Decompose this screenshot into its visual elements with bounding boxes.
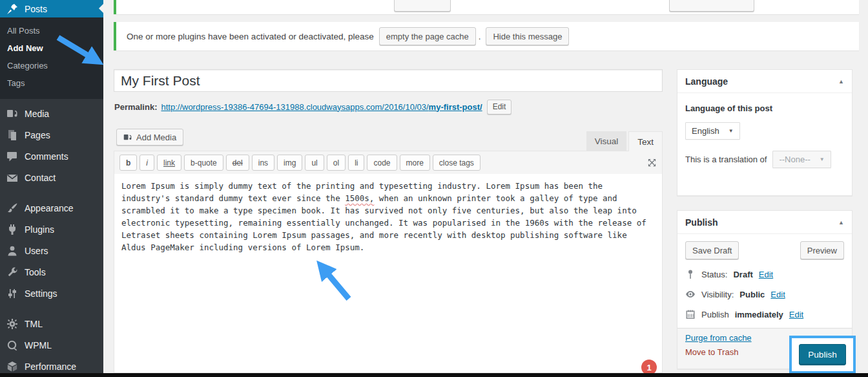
quicktag-link-button[interactable]: link <box>157 155 181 171</box>
collapse-toggle-icon[interactable]: ▲ <box>838 78 844 85</box>
visibility-value: Public <box>739 290 765 299</box>
sidebar-item-comments[interactable]: Comments <box>0 145 103 167</box>
sidebar-item-label: Performance <box>25 361 76 372</box>
translation-select-value: --None-- <box>779 155 810 164</box>
quicktag-italic-button[interactable]: i <box>140 155 154 171</box>
active-menu-arrow <box>99 4 103 13</box>
sidebar-item-users[interactable]: Users <box>0 240 103 261</box>
status-value: Draft <box>733 270 752 279</box>
schedule-label: Publish <box>701 310 729 319</box>
sidebar-item-appearance[interactable]: Appearance <box>0 197 103 219</box>
schedule-row: Publish immediately Edit <box>685 309 844 319</box>
sidebar-item-label: WPML <box>25 340 52 350</box>
edit-status-link[interactable]: Edit <box>759 270 773 279</box>
publish-metabox-header[interactable]: Publish ▲ <box>677 211 852 234</box>
quicktag-code-button[interactable]: code <box>367 155 397 171</box>
quicktag-bold-button[interactable]: b <box>119 155 137 171</box>
pages-icon <box>6 129 19 142</box>
visibility-row: Visibility: Public Edit <box>685 289 844 299</box>
status-row: Status: Draft Edit <box>685 269 844 279</box>
hide-message-button[interactable]: Hide this message <box>486 27 569 45</box>
sidebar-item-settings[interactable]: Settings <box>0 283 103 304</box>
language-metabox-header[interactable]: Language ▲ <box>677 70 852 93</box>
user-icon <box>6 244 19 257</box>
language-select-value: English <box>692 126 719 136</box>
post-content-textarea[interactable]: Lorem Ipsum is simply dummy text of the … <box>114 174 662 374</box>
plug-icon <box>6 223 19 236</box>
quicktag-more-button[interactable]: more <box>400 155 430 171</box>
paintbrush-icon <box>6 202 19 215</box>
post-status-pin-icon <box>685 269 696 279</box>
quicktag-li-button[interactable]: li <box>348 155 364 171</box>
empty-page-cache-button[interactable]: empty the page cache <box>379 27 476 45</box>
admin-sidebar: Posts All Posts Add New Categories Tags … <box>0 0 103 377</box>
editor-mode-tabs: Visual Text <box>114 131 663 151</box>
language-of-post-label: Language of this post <box>685 103 844 113</box>
sidebar-item-label: Posts <box>25 4 47 14</box>
quicktag-closetags-button[interactable]: close tags <box>433 155 480 171</box>
media-icon <box>6 107 19 120</box>
status-label: Status: <box>701 270 727 279</box>
sidebar-item-add-new[interactable]: Add New <box>0 39 103 57</box>
sidebar-item-categories[interactable]: Categories <box>0 57 103 74</box>
edit-schedule-link[interactable]: Edit <box>789 310 803 319</box>
quicktags-toolbar: b i link b-quote del ins img ul ol li co… <box>114 151 662 174</box>
quicktag-ul-button[interactable]: ul <box>305 155 324 171</box>
sidebar-item-label: Users <box>25 246 48 256</box>
sidebar-item-label: Plugins <box>25 224 54 235</box>
sidebar-item-label: Pages <box>25 130 50 140</box>
quicktag-ol-button[interactable]: ol <box>327 155 346 171</box>
posts-submenu: All Posts Add New Categories Tags <box>0 17 103 99</box>
visibility-label: Visibility: <box>701 290 734 299</box>
fullscreen-expand-icon[interactable] <box>647 158 657 167</box>
sliders-icon <box>6 287 19 300</box>
tab-text[interactable]: Text <box>628 131 663 151</box>
permalink-link[interactable]: http://wordpress-19386-47694-131988.clou… <box>161 102 482 112</box>
wrench-icon <box>6 266 19 279</box>
quicktag-del-button[interactable]: del <box>226 155 249 171</box>
clipped-notice-button-2[interactable] <box>669 0 754 12</box>
calendar-icon <box>685 309 696 319</box>
save-draft-button[interactable]: Save Draft <box>685 241 739 259</box>
publish-button-highlight: Publish <box>789 336 856 374</box>
screenshot-bottom-edge <box>0 373 868 377</box>
plugin-cache-notice: One or more plugins have been activated … <box>114 22 859 50</box>
sidebar-item-posts[interactable]: Posts <box>0 0 103 17</box>
permalink-row: Permalink: http://wordpress-19386-47694-… <box>114 99 512 114</box>
edit-visibility-link[interactable]: Edit <box>770 290 785 299</box>
quicktag-img-button[interactable]: img <box>277 155 302 171</box>
language-select[interactable]: English ▼ <box>685 122 740 140</box>
sidebar-item-wpml[interactable]: WPML <box>0 334 103 356</box>
quicktag-bquote-button[interactable]: b-quote <box>184 155 223 171</box>
translation-select[interactable]: --None-- ▼ <box>772 151 831 168</box>
sidebar-item-contact[interactable]: Contact <box>0 167 103 188</box>
chevron-down-icon: ▼ <box>820 156 825 162</box>
notice-period: . <box>479 32 481 41</box>
tab-visual[interactable]: Visual <box>586 131 627 151</box>
eye-icon <box>685 289 696 299</box>
sidebar-item-tags[interactable]: Tags <box>0 74 103 92</box>
sidebar-item-plugins[interactable]: Plugins <box>0 219 103 240</box>
collapse-toggle-icon[interactable]: ▲ <box>838 219 844 226</box>
publish-button[interactable]: Publish <box>799 344 845 365</box>
comment-bubble-icon <box>6 150 19 163</box>
sidebar-item-pages[interactable]: Pages <box>0 124 103 145</box>
permalink-slug: my-first-post/ <box>429 102 482 112</box>
schedule-value: immediately <box>735 310 783 319</box>
sidebar-item-label: Appearance <box>25 203 74 213</box>
clipped-notice-button-1[interactable] <box>394 0 451 12</box>
translation-label: This is a translation of <box>685 155 767 164</box>
preview-button[interactable]: Preview <box>800 241 844 259</box>
sidebar-item-all-posts[interactable]: All Posts <box>0 22 103 39</box>
sidebar-item-media[interactable]: Media <box>0 103 103 124</box>
quicktag-ins-button[interactable]: ins <box>252 155 274 171</box>
sidebar-item-label: TML <box>25 319 43 329</box>
sidebar-item-tml[interactable]: TML <box>0 313 103 334</box>
sidebar-item-tools[interactable]: Tools <box>0 261 103 283</box>
publish-box-title: Publish <box>685 217 718 228</box>
edit-permalink-button[interactable]: Edit <box>487 100 512 114</box>
sidebar-item-label: Media <box>25 109 49 119</box>
misspelled-word: 1500s, <box>345 193 374 203</box>
language-box-title: Language <box>685 76 728 87</box>
post-title-input[interactable] <box>114 69 663 92</box>
